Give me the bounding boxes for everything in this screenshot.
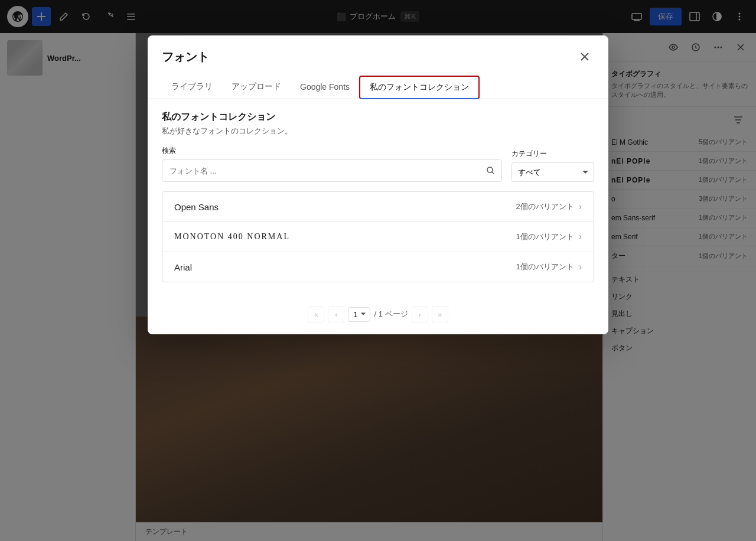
tab-library[interactable]: ライブラリ <box>162 76 222 99</box>
modal-header: フォント <box>148 35 608 66</box>
search-input-wrap <box>162 159 502 182</box>
font-item-monoton[interactable]: Monoton 400 Normal 1個のバリアント › <box>162 222 594 252</box>
filter-group: カテゴリー すべて セリフ サンセリフ モノスペース ディスプレイ 手書き <box>511 149 594 182</box>
font-item-opensans[interactable]: Open Sans 2個のバリアント › <box>162 192 594 222</box>
page-prev-button[interactable]: ‹ <box>328 306 344 322</box>
page-total: / 1 ページ <box>374 309 408 320</box>
font-collection-list: Open Sans 2個のバリアント › Monoton 400 Normal … <box>162 191 594 282</box>
modal-tabs: ライブラリ アップロード Google Fonts 私のフォントコレクション <box>148 76 608 99</box>
chevron-right-icon: › <box>579 201 582 212</box>
modal-overlay: フォント ライブラリ アップロード Google Fonts 私のフォントコレク… <box>0 0 756 541</box>
search-group: 検索 <box>162 146 502 182</box>
font-item-arial[interactable]: Arial 1個のバリアント › <box>162 252 594 282</box>
tab-google-fonts[interactable]: Google Fonts <box>291 76 359 99</box>
font-modal: フォント ライブラリ アップロード Google Fonts 私のフォントコレク… <box>148 35 608 334</box>
page-last-button[interactable]: » <box>432 306 448 322</box>
page-select[interactable]: 1 <box>348 307 370 322</box>
tab-collection[interactable]: 私のフォントコレクション <box>359 76 480 99</box>
modal-close-button[interactable] <box>575 47 594 66</box>
search-submit-button[interactable] <box>480 160 501 181</box>
collection-title: 私のフォントコレクション <box>162 111 594 123</box>
chevron-right-icon-2: › <box>579 232 582 242</box>
category-select[interactable]: すべて セリフ サンセリフ モノスペース ディスプレイ 手書き <box>511 162 594 182</box>
search-input[interactable] <box>162 162 480 180</box>
category-label: カテゴリー <box>511 149 594 159</box>
pagination: « ‹ 1 / 1 ページ › » <box>148 294 608 334</box>
svg-point-14 <box>487 167 493 172</box>
collection-header: 私のフォントコレクション 私が好きなフォントのコレクション。 <box>162 111 594 136</box>
search-label: 検索 <box>162 146 502 156</box>
page-first-button[interactable]: « <box>308 306 324 322</box>
page-next-button[interactable]: › <box>412 306 428 322</box>
chevron-right-icon-3: › <box>579 262 582 272</box>
modal-title: フォント <box>162 49 209 65</box>
collection-desc: 私が好きなフォントのコレクション。 <box>162 126 594 136</box>
search-filter-row: 検索 カテゴリー すべて セリフ サンセリフ モノスペース <box>162 146 594 182</box>
modal-body: 私のフォントコレクション 私が好きなフォントのコレクション。 検索 カテゴリー <box>148 99 608 294</box>
tab-upload[interactable]: アップロード <box>222 76 291 99</box>
